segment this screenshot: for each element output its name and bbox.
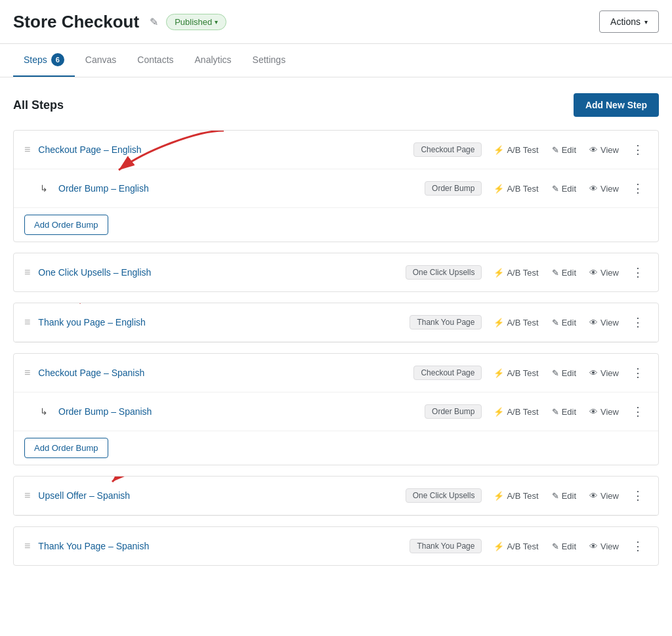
ab-test-button[interactable]: ⚡ A/B Test xyxy=(490,265,542,280)
view-label: View xyxy=(600,368,619,378)
step-row-one-click-english: ≡ One Click Upsells – English One Click … xyxy=(14,253,658,291)
tab-settings-label: Settings xyxy=(253,54,286,65)
sub-arrow-icon: ↳ xyxy=(40,183,48,194)
eye-icon: 👁 xyxy=(589,541,598,551)
ab-test-button[interactable]: ⚡ A/B Test xyxy=(490,366,542,381)
step-row-thankyou-spanish: ≡ Thank You Page – Spanish Thank You Pag… xyxy=(14,527,658,565)
tab-canvas[interactable]: Canvas xyxy=(75,45,127,75)
view-button[interactable]: 👁 View xyxy=(585,265,623,280)
edit-label: Edit xyxy=(562,268,576,278)
all-steps-title: All Steps xyxy=(13,98,64,112)
drag-handle-icon[interactable]: ≡ xyxy=(24,266,30,278)
more-options-button[interactable]: ⋮ xyxy=(628,536,648,556)
ab-test-icon: ⚡ xyxy=(494,184,504,194)
published-label: Published xyxy=(175,17,212,27)
eye-icon: 👁 xyxy=(589,184,598,194)
step-actions: ⚡ A/B Test ✎ Edit 👁 View ⋮ xyxy=(490,312,648,332)
add-new-step-button[interactable]: Add New Step xyxy=(574,93,659,117)
edit-button[interactable]: ✎ Edit xyxy=(548,181,580,196)
ab-test-button[interactable]: ⚡ A/B Test xyxy=(490,404,542,419)
step-group-thankyou-spanish: ≡ Thank You Page – Spanish Thank You Pag… xyxy=(13,526,659,566)
drag-handle-icon[interactable]: ≡ xyxy=(24,540,30,552)
view-button[interactable]: 👁 View xyxy=(585,315,623,330)
ab-test-label: A/B Test xyxy=(507,541,538,551)
view-button[interactable]: 👁 View xyxy=(585,366,623,381)
step-row-order-bump-english: ↳ Order Bump – English Order Bump ⚡ A/B … xyxy=(14,169,658,208)
drag-handle-icon[interactable]: ≡ xyxy=(24,316,30,328)
step-actions: ⚡ A/B Test ✎ Edit 👁 View ⋮ xyxy=(490,402,648,421)
view-button[interactable]: 👁 View xyxy=(585,181,623,196)
step-group-thankyou-english: ≡ Thank you Page – English Thank You Pag… xyxy=(13,303,659,343)
view-label: View xyxy=(600,491,619,501)
order-bump-spanish-link[interactable]: Order Bump – Spanish xyxy=(58,406,417,417)
checkout-page-english-link[interactable]: Checkout Page – English xyxy=(38,144,406,155)
view-button[interactable]: 👁 View xyxy=(585,539,623,554)
published-badge[interactable]: Published ▾ xyxy=(166,14,226,30)
ab-test-icon: ⚡ xyxy=(494,368,504,378)
pencil-icon: ✎ xyxy=(552,184,559,194)
step-group-upsell-spanish: ≡ Upsell Offer – Spanish One Click Upsel… xyxy=(13,476,659,516)
view-button[interactable]: 👁 View xyxy=(585,142,623,158)
more-options-button[interactable]: ⋮ xyxy=(628,402,648,421)
eye-icon: 👁 xyxy=(589,407,598,417)
thankyou-page-spanish-link[interactable]: Thank You Page – Spanish xyxy=(38,541,402,551)
drag-handle-icon[interactable]: ≡ xyxy=(24,490,30,501)
tab-analytics[interactable]: Analytics xyxy=(184,45,242,75)
step-row-checkout-spanish: ≡ Checkout Page – Spanish Checkout Page … xyxy=(14,354,658,392)
add-order-bump-button[interactable]: Add Order Bump xyxy=(24,215,108,235)
ab-test-button[interactable]: ⚡ A/B Test xyxy=(490,539,542,554)
thankyou-page-english-link[interactable]: Thank you Page – English xyxy=(38,317,402,328)
tab-settings[interactable]: Settings xyxy=(242,45,297,75)
edit-button[interactable]: ✎ Edit xyxy=(548,366,580,381)
chevron-down-icon: ▾ xyxy=(215,18,218,26)
nav-tabs: Steps 6 Canvas Contacts Analytics Settin… xyxy=(0,44,672,77)
view-label: View xyxy=(600,541,619,551)
eye-icon: 👁 xyxy=(589,145,598,155)
edit-label: Edit xyxy=(562,368,576,378)
tab-steps[interactable]: Steps 6 xyxy=(13,44,75,77)
pencil-icon: ✎ xyxy=(552,541,559,551)
more-options-button[interactable]: ⋮ xyxy=(628,179,648,198)
more-options-button[interactable]: ⋮ xyxy=(628,312,648,332)
more-options-button[interactable]: ⋮ xyxy=(628,140,648,159)
view-button[interactable]: 👁 View xyxy=(585,488,623,503)
tab-canvas-label: Canvas xyxy=(85,54,116,65)
tab-contacts[interactable]: Contacts xyxy=(127,45,184,75)
edit-button[interactable]: ✎ Edit xyxy=(548,315,580,330)
ab-test-label: A/B Test xyxy=(507,268,538,278)
ab-test-button[interactable]: ⚡ A/B Test xyxy=(490,142,542,158)
ab-test-button[interactable]: ⚡ A/B Test xyxy=(490,181,542,196)
one-click-upsells-english-link[interactable]: One Click Upsells – English xyxy=(38,267,397,278)
view-button[interactable]: 👁 View xyxy=(585,404,623,419)
more-options-button[interactable]: ⋮ xyxy=(628,263,648,282)
more-options-button[interactable]: ⋮ xyxy=(628,363,648,383)
add-order-bump-spanish-button[interactable]: Add Order Bump xyxy=(24,438,108,458)
step-group-english-checkout: ≡ Checkout Page – English Checkout Page … xyxy=(13,130,659,242)
step-row-checkout-english: ≡ Checkout Page – English Checkout Page … xyxy=(14,131,658,169)
checkout-page-spanish-link[interactable]: Checkout Page – Spanish xyxy=(38,368,406,378)
ab-test-label: A/B Test xyxy=(507,318,538,328)
pencil-icon: ✎ xyxy=(552,368,559,378)
actions-button[interactable]: Actions ▾ xyxy=(599,11,659,33)
edit-label: Edit xyxy=(562,145,576,155)
edit-button[interactable]: ✎ Edit xyxy=(548,488,580,503)
edit-button[interactable]: ✎ Edit xyxy=(548,404,580,419)
edit-title-icon[interactable]: ✎ xyxy=(150,16,158,28)
ab-test-button[interactable]: ⚡ A/B Test xyxy=(490,488,542,503)
edit-button[interactable]: ✎ Edit xyxy=(548,265,580,280)
edit-button[interactable]: ✎ Edit xyxy=(548,539,580,554)
upsell-offer-spanish-link[interactable]: Upsell Offer – Spanish xyxy=(38,490,397,501)
view-label: View xyxy=(600,145,619,155)
tab-analytics-label: Analytics xyxy=(195,54,232,65)
order-bump-english-link[interactable]: Order Bump – English xyxy=(58,183,417,194)
ab-test-button[interactable]: ⚡ A/B Test xyxy=(490,315,542,330)
edit-label: Edit xyxy=(562,407,576,417)
drag-handle-icon[interactable]: ≡ xyxy=(24,367,30,379)
step-actions: ⚡ A/B Test ✎ Edit 👁 View ⋮ xyxy=(490,536,648,556)
edit-button[interactable]: ✎ Edit xyxy=(548,142,580,158)
tab-steps-label: Steps xyxy=(24,54,47,65)
more-options-button[interactable]: ⋮ xyxy=(628,486,648,505)
drag-handle-icon[interactable]: ≡ xyxy=(24,144,30,156)
ab-test-icon: ⚡ xyxy=(494,491,504,501)
ab-test-icon: ⚡ xyxy=(494,407,504,417)
